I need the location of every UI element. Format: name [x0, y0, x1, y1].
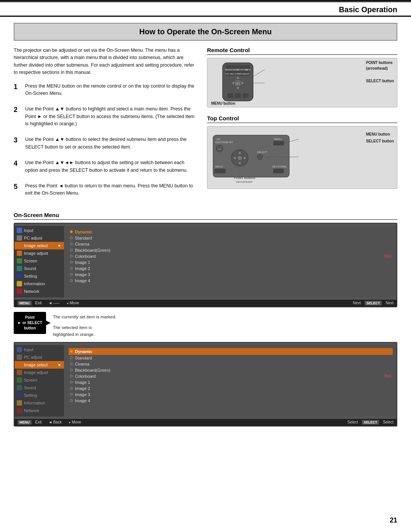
page-title: Basic Operation [339, 5, 397, 14]
submenu-item-image2[interactable]: Image 2 [68, 265, 393, 272]
svg-text:INFO.: INFO. [246, 69, 251, 71]
dot-cinema [70, 243, 73, 245]
step-text-3: Use the Point ▲▼ buttons to select the d… [25, 136, 196, 151]
submenu-item-image3-2[interactable]: Image 3 [68, 391, 393, 398]
menu-item-imageselect-label: Image select [24, 243, 48, 248]
submenu-item-cinema-2[interactable]: Cinema [68, 361, 393, 367]
submenu-item-dynamic-2[interactable]: Dynamic [68, 348, 393, 355]
dot-image3-2 [70, 393, 73, 396]
screen-icon-2 [17, 377, 22, 383]
step-text-4: Use the Point ▲▼◄► buttons to adjust the… [25, 159, 196, 174]
menu-item-sound[interactable]: Sound [14, 265, 64, 272]
submenu-item-standard-2[interactable]: Standard [68, 355, 393, 361]
callout-area: Point ► or SELECT button The currently s… [14, 312, 397, 338]
svg-text:KEYSTONE: KEYSTONE [272, 165, 287, 168]
menu-sim-first: Input PC adjust Image select ► Image adj… [14, 223, 397, 307]
menu-item-sound-label: Sound [24, 266, 36, 271]
select-label-end: Select [383, 420, 393, 424]
menu-item-imageadjust-2[interactable]: Image adjust [14, 369, 64, 376]
step-1: 1 Press the MENU button on the remote co… [14, 83, 196, 97]
svg-rect-17 [235, 93, 241, 98]
svg-rect-40 [273, 169, 284, 173]
imageadjust-icon-2 [17, 370, 22, 375]
menu-item-setting-2[interactable]: Setting [14, 391, 64, 399]
point-label: Point [18, 315, 42, 320]
menu-item-input-2[interactable]: Input [14, 346, 64, 353]
submenu-item-image4-2[interactable]: Image 4 [68, 398, 393, 404]
select-button-label: SELECT button [366, 78, 394, 84]
menu-item-input[interactable]: Input [14, 227, 64, 234]
menu-item-screen[interactable]: Screen [14, 257, 64, 265]
submenu-item-blackboard-2[interactable]: Blackboard(Green) [68, 367, 393, 373]
submenu-item-cinema[interactable]: Cinema [68, 241, 393, 247]
menu-item-screen-2[interactable]: Screen [14, 376, 64, 384]
svg-text:POINT buttons: POINT buttons [234, 176, 256, 180]
dot-blackboard-2 [70, 369, 73, 371]
menu-item-network[interactable]: Network [14, 288, 64, 295]
menu-item-information-2[interactable]: Information [14, 399, 64, 407]
svg-text:ON/STAND-BY: ON/STAND-BY [215, 141, 233, 144]
submenu-item-colorboard-2[interactable]: Colorboard Red [68, 373, 393, 379]
menu-item-input-label: Input [24, 228, 33, 233]
menu-item-imageselect-label-2: Image select [24, 363, 48, 367]
menu-item-screen-label: Screen [24, 259, 37, 263]
submenu-item-standard[interactable]: Standard [68, 235, 393, 241]
network-icon [17, 289, 22, 294]
or-select-label: ► or SELECT [18, 320, 42, 326]
sound-icon [17, 266, 22, 271]
menu-item-imageselect-2[interactable]: Image select ► [14, 361, 64, 369]
intro-text: The projector can be adjusted or set via… [14, 47, 196, 77]
svg-rect-18 [242, 93, 249, 98]
submenu-item-image3[interactable]: Image 3 [68, 272, 393, 278]
menu-item-information-label-2: Information [24, 401, 45, 405]
svg-text:(arrowhead): (arrowhead) [236, 180, 252, 183]
menu-sim-second: Input PC adjust Image select ► Image adj… [14, 342, 397, 427]
menu-item-sound-2[interactable]: Sound [14, 384, 64, 391]
input-icon [17, 228, 22, 233]
section-title: How to Operate the On-Screen Menu [14, 27, 397, 36]
exit-label: Exit [35, 301, 42, 305]
dot-image3 [70, 273, 73, 276]
step-number-2: 2 [14, 105, 21, 114]
on-screen-menu-title: On-Screen Menu [14, 212, 397, 220]
on-screen-menu-section: On-Screen Menu Input PC adjust Image sel… [14, 212, 397, 427]
submenu-item-blackboard[interactable]: Blackboard(Green) [68, 247, 393, 253]
menu-item-network-2[interactable]: Network [14, 407, 64, 414]
submenu-item-image1-2[interactable]: Image 1 [68, 379, 393, 385]
callout-text2: The selected item is highlighted in oran… [53, 324, 397, 338]
step-5: 5 Press the Point ◄ button to return to … [14, 182, 196, 197]
top-control-diagram: I/O ON/STAND-BY ON INPUT [211, 129, 310, 183]
dot-image4-2 [70, 399, 73, 402]
point-buttons-label: POINT buttons [366, 60, 394, 66]
step-number-4: 4 [14, 159, 21, 168]
step-number-3: 3 [14, 136, 21, 145]
menu-button-label: MENU button [211, 101, 235, 105]
step-3: 3 Use the Point ▲▼ buttons to select the… [14, 136, 196, 151]
menu-item-setting[interactable]: Setting [14, 272, 64, 280]
svg-text:MENU: MENU [225, 69, 231, 71]
submenu-item-image4[interactable]: Image 4 [68, 278, 393, 284]
menu-item-pcadjust-2[interactable]: PC adjust [14, 353, 64, 361]
callout-texts: The currently set item is marked. The se… [53, 312, 397, 338]
submenu-item-image2-2[interactable]: Image 2 [68, 385, 393, 391]
menu-item-information[interactable]: Information [14, 280, 64, 288]
svg-text:ON: ON [218, 148, 221, 150]
menu-item-sound-label-2: Sound [24, 385, 36, 390]
dot-image4 [70, 279, 73, 282]
step-text-1: Press the MENU button on the remote cont… [25, 83, 196, 97]
submenu-item-colorboard[interactable]: Colorboard Red [68, 253, 393, 259]
menu-item-imageselect[interactable]: Image select ► [14, 242, 64, 249]
svg-text:I/O: I/O [217, 138, 220, 141]
imageselect-icon [17, 243, 22, 248]
steps-list: 1 Press the MENU button on the remote co… [14, 83, 196, 197]
submenu-item-dynamic[interactable]: Dynamic [68, 229, 393, 235]
select-btn-2: SELECT [362, 420, 379, 425]
menu-item-imageadjust[interactable]: Image adjust [14, 249, 64, 257]
arrowhead-label: (arrowhead) [366, 66, 394, 71]
input-icon-2 [17, 347, 22, 352]
menu-item-network-label: Network [24, 289, 39, 294]
submenu-item-image1[interactable]: Image 1 [68, 259, 393, 265]
step-number-5: 5 [14, 182, 21, 191]
menu-item-pcadjust[interactable]: PC adjust [14, 234, 64, 242]
menu-item-imageadjust-label-2: Image adjust [24, 370, 48, 375]
